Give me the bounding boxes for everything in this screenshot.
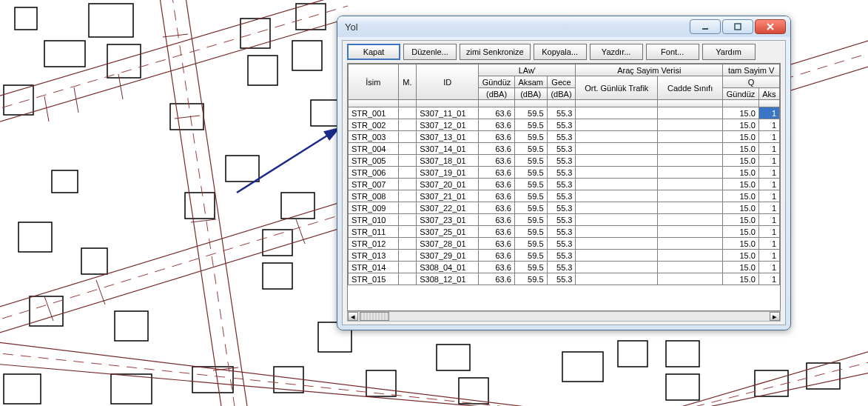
scroll-thumb[interactable] — [360, 312, 389, 321]
cell-gunduz[interactable]: 63.6 — [479, 167, 515, 179]
cell-ort[interactable] — [576, 143, 658, 155]
cell-m[interactable] — [398, 238, 417, 250]
cell-cadde[interactable] — [658, 155, 723, 167]
cell-aksam[interactable]: 59.5 — [514, 107, 547, 119]
cell-q-gunduz[interactable]: 15.0 — [723, 226, 759, 238]
cell-q-aks[interactable]: 1 — [758, 262, 779, 273]
cell-gece[interactable]: 55.3 — [547, 238, 576, 250]
table-row[interactable]: STR_007S307_20_0163.659.555.315.01 — [349, 179, 780, 190]
cell-isim[interactable]: STR_008 — [349, 190, 399, 202]
cell-cadde[interactable] — [658, 273, 723, 285]
cell-id[interactable]: S307_21_01 — [417, 190, 479, 202]
table-row[interactable]: STR_001S307_11_0163.659.555.315.01 — [349, 107, 780, 119]
cell-q-aks[interactable]: 1 — [758, 238, 779, 250]
table-row[interactable]: STR_002S307_12_0163.659.555.315.01 — [349, 119, 780, 131]
cell-gece[interactable]: 55.3 — [547, 119, 576, 131]
cell-gunduz[interactable]: 63.6 — [479, 214, 515, 226]
col-isim[interactable]: İsim — [349, 64, 399, 100]
cell-m[interactable] — [398, 226, 417, 238]
col-aksam[interactable]: Aksam — [514, 76, 547, 88]
cell-id[interactable]: S307_20_01 — [417, 179, 479, 190]
cell-m[interactable] — [398, 167, 417, 179]
cell-isim[interactable]: STR_010 — [349, 214, 399, 226]
cell-cadde[interactable] — [658, 119, 723, 131]
close-dialog-button[interactable]: Kapat — [347, 44, 400, 60]
cell-gece[interactable]: 55.3 — [547, 155, 576, 167]
cell-isim[interactable]: STR_005 — [349, 155, 399, 167]
col-cadde[interactable]: Cadde Sınıfı — [658, 76, 723, 100]
cell-isim[interactable]: STR_014 — [349, 262, 399, 273]
col-m[interactable]: M. — [398, 64, 417, 100]
cell-cadde[interactable] — [658, 202, 723, 214]
scroll-right-icon[interactable]: ▸ — [770, 312, 780, 321]
cell-gece[interactable]: 55.3 — [547, 273, 576, 285]
cell-cadde[interactable] — [658, 107, 723, 119]
cell-cadde[interactable] — [658, 131, 723, 143]
cell-gece[interactable]: 55.3 — [547, 131, 576, 143]
cell-q-aks[interactable]: 1 — [758, 179, 779, 190]
table-row[interactable]: STR_004S307_14_0163.659.555.315.01 — [349, 143, 780, 155]
cell-aksam[interactable]: 59.5 — [514, 143, 547, 155]
cell-q-gunduz[interactable]: 15.0 — [723, 179, 759, 190]
cell-id[interactable]: S307_28_01 — [417, 238, 479, 250]
cell-aksam[interactable]: 59.5 — [514, 238, 547, 250]
cell-q-gunduz[interactable]: 15.0 — [723, 119, 759, 131]
cell-gunduz[interactable]: 63.6 — [479, 226, 515, 238]
cell-gunduz[interactable]: 63.6 — [479, 119, 515, 131]
cell-isim[interactable]: STR_013 — [349, 250, 399, 262]
cell-id[interactable]: S307_23_01 — [417, 214, 479, 226]
cell-cadde[interactable] — [658, 214, 723, 226]
cell-m[interactable] — [398, 131, 417, 143]
col-q[interactable]: Q — [723, 76, 780, 88]
col-dba1[interactable]: (dBA) — [479, 88, 515, 100]
cell-aksam[interactable]: 59.5 — [514, 202, 547, 214]
cell-isim[interactable]: STR_004 — [349, 143, 399, 155]
scroll-left-icon[interactable]: ◂ — [348, 312, 358, 321]
cell-gece[interactable]: 55.3 — [547, 226, 576, 238]
cell-q-aks[interactable]: 1 — [758, 167, 779, 179]
cell-cadde[interactable] — [658, 262, 723, 273]
col-arac[interactable]: Araç Sayim Verisi — [576, 64, 723, 76]
cell-aksam[interactable]: 59.5 — [514, 119, 547, 131]
cell-ort[interactable] — [576, 226, 658, 238]
sync-button[interactable]: zimi Senkronize — [460, 44, 531, 60]
cell-ort[interactable] — [576, 179, 658, 190]
cell-isim[interactable]: STR_007 — [349, 179, 399, 190]
cell-q-gunduz[interactable]: 15.0 — [723, 262, 759, 273]
cell-ort[interactable] — [576, 238, 658, 250]
table-row[interactable]: STR_011S307_25_0163.659.555.315.01 — [349, 226, 780, 238]
cell-aksam[interactable]: 59.5 — [514, 214, 547, 226]
scroll-track[interactable] — [358, 312, 770, 321]
cell-gunduz[interactable]: 63.6 — [479, 262, 515, 273]
cell-cadde[interactable] — [658, 226, 723, 238]
cell-ort[interactable] — [576, 107, 658, 119]
cell-cadde[interactable] — [658, 143, 723, 155]
titlebar[interactable]: Yol — [337, 16, 790, 37]
cell-aksam[interactable]: 59.5 — [514, 262, 547, 273]
cell-aksam[interactable]: 59.5 — [514, 131, 547, 143]
table-row[interactable]: STR_014S308_04_0163.659.555.315.01 — [349, 262, 780, 273]
cell-ort[interactable] — [576, 202, 658, 214]
cell-aksam[interactable]: 59.5 — [514, 179, 547, 190]
cell-id[interactable]: S307_19_01 — [417, 167, 479, 179]
cell-gece[interactable]: 55.3 — [547, 143, 576, 155]
cell-ort[interactable] — [576, 190, 658, 202]
cell-aksam[interactable]: 59.5 — [514, 250, 547, 262]
cell-gece[interactable]: 55.3 — [547, 190, 576, 202]
cell-m[interactable] — [398, 143, 417, 155]
cell-gece[interactable]: 55.3 — [547, 202, 576, 214]
col-gece[interactable]: Gece — [547, 76, 576, 88]
cell-cadde[interactable] — [658, 179, 723, 190]
cell-q-gunduz[interactable]: 15.0 — [723, 202, 759, 214]
cell-q-gunduz[interactable]: 15.0 — [723, 190, 759, 202]
cell-q-gunduz[interactable]: 15.0 — [723, 238, 759, 250]
cell-id[interactable]: S308_04_01 — [417, 262, 479, 273]
cell-aksam[interactable]: 59.5 — [514, 226, 547, 238]
cell-q-aks[interactable]: 1 — [758, 226, 779, 238]
cell-id[interactable]: S307_11_01 — [417, 107, 479, 119]
cell-gunduz[interactable]: 63.6 — [479, 179, 515, 190]
table-row[interactable]: STR_005S307_18_0163.659.555.315.01 — [349, 155, 780, 167]
table-row[interactable]: STR_008S307_21_0163.659.555.315.01 — [349, 190, 780, 202]
cell-q-aks[interactable]: 1 — [758, 143, 779, 155]
cell-q-gunduz[interactable]: 15.0 — [723, 131, 759, 143]
